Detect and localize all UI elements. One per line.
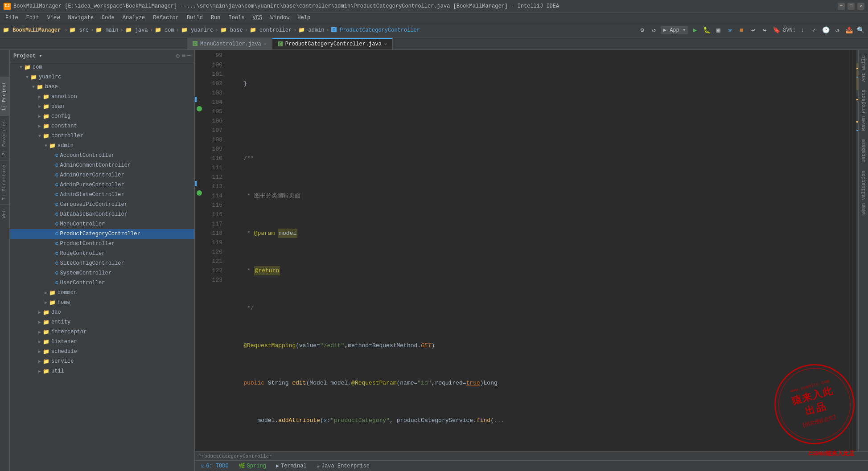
menu-edit[interactable]: Edit: [23, 14, 43, 22]
tree-item-entity[interactable]: ▶ 📁 entity: [10, 317, 194, 327]
tree-item-service[interactable]: ▶ 📁 service: [10, 356, 194, 366]
tab-close-button[interactable]: ✕: [264, 41, 267, 47]
tree-item-user-controller[interactable]: C UserController: [10, 278, 194, 288]
left-vtab-structure[interactable]: 7: Structure: [0, 160, 9, 205]
vtab-database[interactable]: Database: [860, 135, 868, 166]
breadcrumb-yuanlrc[interactable]: 📁 yuanlrc: [181, 27, 214, 33]
tab-terminal[interactable]: ▶ Terminal: [272, 462, 311, 470]
menu-tools[interactable]: Tools: [225, 14, 248, 22]
svn-push[interactable]: 📤: [844, 25, 854, 35]
tree-label: SiteConfigController: [60, 260, 124, 266]
bookmark-button[interactable]: 🔖: [771, 25, 781, 35]
sidebar-settings-btn[interactable]: ⚙: [176, 52, 180, 60]
menu-analyze[interactable]: Analyze: [119, 14, 148, 22]
sidebar-close-btn[interactable]: −: [187, 52, 191, 60]
menu-refactor[interactable]: Refactor: [149, 14, 182, 22]
maximize-button[interactable]: □: [847, 3, 855, 10]
tab-todo[interactable]: ☑ 6: TODO: [197, 462, 233, 470]
tree-item-util[interactable]: ▶ 📁 util: [10, 366, 194, 376]
tree-item-admin-order-controller[interactable]: C AdminOrderController: [10, 170, 194, 180]
run-button[interactable]: ▶: [690, 25, 700, 35]
menu-window[interactable]: Window: [267, 14, 293, 22]
code-editor[interactable]: } /** * 图书分类编辑页面 * @param model * @retur…: [226, 50, 852, 451]
tree-item-database-bak-controller[interactable]: C DatabaseBakController: [10, 209, 194, 219]
vtab-maven-projects[interactable]: Maven Projects: [860, 86, 868, 134]
tree-item-home[interactable]: ▶ 📁 home: [10, 298, 194, 307]
tab-java-enterprise[interactable]: ☕ Java Enterprise: [312, 462, 374, 470]
folder-icon: 📁: [43, 348, 49, 355]
tree-item-yuanlrc[interactable]: ▼ 📁 yuanlrc: [10, 72, 194, 82]
tree-item-role-controller[interactable]: C RoleController: [10, 249, 194, 258]
tree-item-product-controller[interactable]: C ProductController: [10, 239, 194, 249]
svn-update[interactable]: ↓: [798, 25, 807, 35]
tree-item-site-config-controller[interactable]: C SiteConfigController: [10, 258, 194, 268]
tree-item-menu-controller[interactable]: C MenuController: [10, 219, 194, 229]
tree-item-constant[interactable]: ▶ 📁 constant: [10, 121, 194, 131]
build-button[interactable]: ⚒: [725, 25, 735, 35]
redo-button[interactable]: ↪: [760, 25, 769, 35]
search-button[interactable]: 🔍: [856, 25, 865, 35]
tree-item-admin-comment-controller[interactable]: C AdminCommentController: [10, 160, 194, 170]
coverage-button[interactable]: ▣: [713, 25, 723, 35]
app-selector[interactable]: ▶ App ▾: [661, 26, 688, 34]
tab-menu-controller[interactable]: 🅲 MenuController.java ✕: [187, 38, 272, 49]
tree-item-system-controller[interactable]: C SystemController: [10, 268, 194, 278]
svn-history[interactable]: 🕐: [821, 25, 831, 35]
close-button[interactable]: ✕: [857, 3, 864, 10]
minimap-scrollbar[interactable]: [852, 50, 858, 451]
breadcrumb-main[interactable]: 📁 main: [95, 27, 118, 33]
folder-icon: 📁: [30, 74, 37, 81]
menu-help[interactable]: Help: [294, 14, 314, 22]
sync-btn[interactable]: ↺: [649, 25, 659, 35]
tree-item-interceptor[interactable]: ▶ 📁 interceptor: [10, 327, 194, 337]
menu-navigate[interactable]: Navigate: [64, 14, 97, 22]
vtab-bean-validation[interactable]: Bean Validation: [860, 167, 868, 218]
tree-item-admin-purse-controller[interactable]: C AdminPurseController: [10, 180, 194, 190]
tree-item-admin-state-controller[interactable]: C AdminStateController: [10, 190, 194, 200]
menu-file[interactable]: File: [2, 14, 22, 22]
tab-close-active-button[interactable]: ✕: [384, 41, 387, 47]
tree-item-admin[interactable]: ▼ 📁 admin: [10, 141, 194, 151]
tree-item-dao[interactable]: ▶ 📁 dao: [10, 307, 194, 317]
sidebar-layout-btn[interactable]: ≡: [181, 52, 185, 60]
breadcrumb-com[interactable]: 📁 com: [155, 27, 174, 33]
menu-vcs[interactable]: VCS: [249, 14, 266, 22]
tree-item-carousel-pic-controller[interactable]: C CarouselPicController: [10, 200, 194, 209]
breadcrumb-java[interactable]: 📁 java: [125, 27, 148, 33]
menu-code[interactable]: Code: [98, 14, 118, 22]
minimize-button[interactable]: ─: [838, 3, 845, 10]
tree-item-controller[interactable]: ▼ 📁 controller: [10, 131, 194, 141]
settings-btn[interactable]: ⚙: [638, 25, 647, 35]
tab-spring[interactable]: 🌿 Spring: [234, 462, 271, 470]
tab-product-category-controller[interactable]: 🅲 ProductCategoryController.java ✕: [272, 38, 393, 49]
tree-item-bean[interactable]: ▶ 📁 bean: [10, 102, 194, 111]
svn-commit[interactable]: ✓: [809, 25, 819, 35]
menu-build[interactable]: Build: [183, 14, 206, 22]
debug-button[interactable]: 🐛: [702, 25, 712, 35]
breadcrumb-base[interactable]: 📁 base: [220, 27, 243, 33]
tree-label: schedule: [51, 348, 77, 355]
tree-item-config[interactable]: ▶ 📁 config: [10, 111, 194, 121]
tree-item-com[interactable]: ▼ 📁 com: [10, 62, 194, 72]
breadcrumb-controller-file[interactable]: 🅲 ProductCategoryController: [331, 27, 420, 33]
breadcrumb-src[interactable]: 📁 src: [69, 27, 89, 33]
breadcrumb-admin[interactable]: 📁 admin: [298, 27, 324, 33]
left-vtab-web[interactable]: Web: [0, 205, 9, 223]
vtab-ant-build[interactable]: Ant Build: [860, 52, 868, 85]
breadcrumb-controller[interactable]: 📁 controller: [250, 27, 292, 33]
left-vtab-project[interactable]: 1: Project: [0, 77, 9, 115]
tree-item-common[interactable]: ▶ 📁 common: [10, 288, 194, 298]
menu-view[interactable]: View: [44, 14, 64, 22]
menu-run[interactable]: Run: [207, 14, 224, 22]
tree-item-base[interactable]: ▼ 📁 base: [10, 82, 194, 92]
tree-item-account-controller[interactable]: C AccountController: [10, 151, 194, 160]
stop-button[interactable]: ■: [736, 25, 746, 35]
window-controls[interactable]: ─ □ ✕: [838, 3, 864, 10]
tree-item-listener[interactable]: ▶ 📁 listener: [10, 337, 194, 347]
svn-revert[interactable]: ↺: [832, 25, 842, 35]
left-vtab-favorites[interactable]: 2: Favorites: [0, 115, 9, 160]
tree-item-annotion[interactable]: ▶ 📁 annotion: [10, 92, 194, 102]
tree-item-schedule[interactable]: ▶ 📁 schedule: [10, 347, 194, 356]
tree-item-product-category-controller[interactable]: C ProductCategoryController: [10, 229, 194, 239]
undo-button[interactable]: ↩: [748, 25, 758, 35]
